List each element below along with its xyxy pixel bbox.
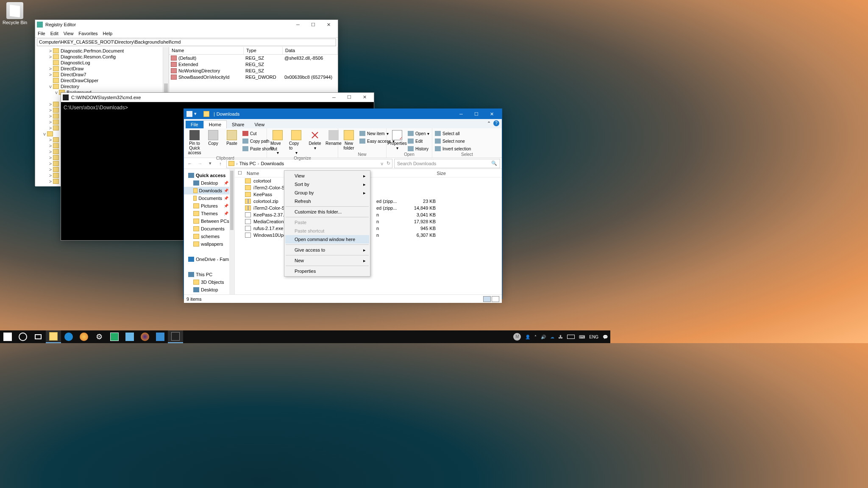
menu-view[interactable]: View (64, 31, 74, 36)
breadcrumb-root[interactable]: This PC (239, 161, 256, 166)
registry-value[interactable]: ShowBasedOnVelocityIdREG_DWORD0x00639bc8… (169, 74, 338, 80)
nav-item[interactable] (184, 263, 234, 271)
maximize-button[interactable]: ☐ (469, 109, 484, 119)
registry-value[interactable]: NoWorkingDirectoryREG_SZ (169, 67, 338, 74)
context-menu-item[interactable]: New▸ (285, 256, 369, 265)
tab-view[interactable]: View (249, 121, 270, 128)
context-menu-item[interactable]: Give access to▸ (285, 246, 369, 254)
nav-item[interactable]: Quick access (184, 172, 234, 179)
select-all-button[interactable]: Select all (435, 130, 499, 137)
copy-to-button[interactable]: Copy to▾ (288, 129, 304, 156)
col-type[interactable]: Type (244, 47, 283, 54)
start-button[interactable] (0, 330, 15, 343)
tab-home[interactable]: Home (203, 120, 227, 128)
taskbar-cmd[interactable] (168, 330, 183, 343)
taskbar-settings[interactable]: ⚙ (92, 330, 107, 343)
scrollbar[interactable] (229, 169, 234, 294)
taskbar-notes[interactable] (122, 330, 137, 343)
help-icon[interactable]: ? (493, 120, 499, 126)
search-input[interactable]: Search Downloads 🔍 (394, 159, 500, 168)
tree-item[interactable]: >Diagnostic.Resmon.Config (35, 54, 169, 60)
nav-item[interactable]: Pictures📌 (184, 202, 234, 210)
ribbon-collapse-icon[interactable]: ⌃ (487, 121, 491, 126)
nav-item[interactable]: Documents (184, 294, 234, 294)
header-size[interactable]: Size (422, 171, 448, 176)
delete-button[interactable]: Delete▾ (307, 129, 323, 156)
minimize-button[interactable]: ─ (290, 20, 306, 29)
menu-favorites[interactable]: Favorites (78, 31, 97, 36)
minimize-button[interactable]: ─ (326, 93, 342, 102)
context-menu-item[interactable]: View▸ (285, 172, 369, 180)
keyboard-icon[interactable]: ⌨ (579, 335, 585, 339)
tray-expand-icon[interactable]: ˄ (534, 335, 537, 339)
col-name[interactable]: Name (169, 47, 244, 54)
view-details-button[interactable] (483, 296, 491, 302)
paste-button[interactable]: Paste (224, 129, 240, 156)
new-folder-button[interactable]: New folder (341, 129, 357, 151)
nav-item[interactable] (184, 248, 234, 255)
nav-item[interactable]: Between PCs (184, 217, 234, 225)
nav-pane[interactable]: Quick accessDesktop📌Downloads📌Documents📌… (184, 169, 235, 294)
qat-down-icon[interactable]: ▾ (194, 111, 200, 117)
close-button[interactable]: ✕ (357, 93, 372, 102)
maximize-button[interactable]: ☐ (306, 20, 321, 29)
registry-value[interactable]: (Default)REG_SZ@shell32.dll,-8506 (169, 55, 338, 61)
people-icon[interactable]: 👤 (525, 335, 530, 339)
taskbar-edge[interactable] (61, 330, 76, 343)
taskbar-explorer[interactable] (46, 330, 61, 343)
address-bar[interactable]: › This PC › Downloads v↻ (226, 159, 392, 168)
context-menu-item[interactable]: Sort by▸ (285, 180, 369, 189)
language-indicator[interactable]: ENG (589, 335, 598, 339)
tree-item[interactable]: >Diagnostic.Perfmon.Document (35, 48, 169, 54)
header-checkbox[interactable]: ☐ (235, 170, 245, 176)
menu-edit[interactable]: Edit (50, 31, 58, 36)
nav-item[interactable]: schemes (184, 233, 234, 240)
user-avatar[interactable]: M (513, 333, 521, 341)
cortana-button[interactable] (15, 330, 31, 343)
volume-icon[interactable]: 🔊 (541, 335, 546, 339)
taskbar-paint[interactable] (76, 330, 92, 343)
nav-recent-button[interactable]: ▾ (206, 159, 214, 168)
tree-item[interactable]: DiagnosticLog (35, 60, 169, 66)
scrollbar-thumb[interactable] (164, 83, 168, 93)
nav-up-button[interactable]: ↑ (216, 159, 225, 168)
regedit-titlebar[interactable]: Registry Editor ─ ☐ ✕ (35, 20, 338, 29)
col-data[interactable]: Data (283, 47, 338, 54)
scrollbar-thumb[interactable] (230, 171, 234, 230)
context-menu-item[interactable]: Refresh (285, 197, 369, 205)
regedit-address-bar[interactable]: Computer\HKEY_CLASSES_ROOT\Directory\Bac… (37, 39, 336, 46)
nav-item[interactable]: OneDrive - Family (184, 255, 234, 263)
menu-help[interactable]: Help (103, 31, 113, 36)
action-center-icon[interactable]: 💬 (603, 335, 608, 339)
taskbar-photos[interactable] (107, 330, 122, 343)
nav-back-button[interactable]: ← (186, 159, 194, 168)
nav-item[interactable]: 3D Objects (184, 278, 234, 286)
nav-item[interactable]: wallpapers (184, 240, 234, 248)
battery-icon[interactable] (567, 335, 575, 339)
view-icons-button[interactable] (492, 296, 499, 302)
context-menu-item[interactable]: Open command window here (285, 235, 369, 244)
maximize-button[interactable]: ☐ (342, 93, 357, 102)
tree-item[interactable]: vDirectory (35, 83, 169, 89)
menu-file[interactable]: File (38, 31, 45, 36)
properties-button[interactable]: Properties▾ (389, 129, 405, 152)
nav-item[interactable]: Documents (184, 225, 234, 233)
nav-item[interactable]: Desktop (184, 286, 234, 294)
close-button[interactable]: ✕ (484, 109, 499, 119)
nav-item[interactable]: Documents📌 (184, 194, 234, 202)
nav-forward-button[interactable]: → (196, 159, 204, 168)
tab-share[interactable]: Share (227, 121, 249, 128)
registry-value[interactable]: ExtendedREG_SZ (169, 61, 338, 67)
nav-item[interactable]: Desktop📌 (184, 179, 234, 187)
nav-item[interactable]: This PC (184, 271, 234, 278)
tree-item[interactable]: DirectDrawClipper (35, 78, 169, 83)
open-button[interactable]: Open▾ (408, 130, 429, 137)
context-menu-item[interactable]: Properties (285, 267, 369, 275)
nav-item[interactable]: Themes📌 (184, 210, 234, 217)
network-icon[interactable]: 🖧 (559, 335, 563, 339)
nav-item[interactable]: Downloads📌 (184, 187, 234, 194)
taskbar-app[interactable] (153, 330, 168, 343)
explorer-titlebar[interactable]: ▾ | Downloads ─ ☐ ✕ (184, 109, 502, 119)
cmd-titlebar[interactable]: C:\WINDOWS\system32\cmd.exe ─ ☐ ✕ (61, 93, 374, 102)
invert-selection-button[interactable]: Invert selection (435, 145, 499, 152)
